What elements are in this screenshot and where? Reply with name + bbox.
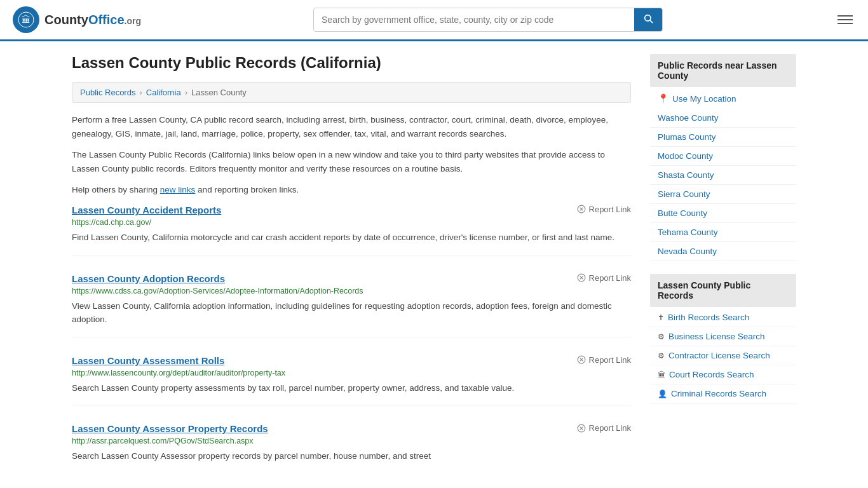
nearby-county-item: Butte County <box>650 204 796 223</box>
search-input[interactable] <box>314 10 634 30</box>
breadcrumb-california[interactable]: California <box>146 88 181 97</box>
record-desc: Search Lassen County Assessor property r… <box>72 449 631 463</box>
breadcrumb-public-records[interactable]: Public Records <box>80 88 135 97</box>
record-url: http://assr.parcelquest.com/PQGov/StdSea… <box>72 437 631 445</box>
sidebar-record-link[interactable]: Birth Records Search <box>668 313 749 322</box>
report-link[interactable]: Report Link <box>577 273 631 283</box>
record-item: Lassen County Adoption Records Report Li… <box>72 273 631 337</box>
sidebar-record-item: ✝ Birth Records Search <box>650 308 796 327</box>
sidebar-record-link[interactable]: Business License Search <box>668 332 765 341</box>
report-link[interactable]: Report Link <box>577 423 631 433</box>
new-links-link[interactable]: new links <box>160 185 196 194</box>
nearby-county-item: Tehama County <box>650 223 796 242</box>
record-desc: View Lassen County, California adoption … <box>72 299 631 327</box>
record-item: Lassen County Assessor Property Records … <box>72 423 631 473</box>
description-para3: Help others by sharing new links and rep… <box>72 183 631 197</box>
record-title[interactable]: Lassen County Assessor Property Records <box>72 423 268 434</box>
sidebar-record-icon: 🏛 <box>658 370 665 379</box>
nearby-county-item: Washoe County <box>650 109 796 128</box>
nearby-county-link[interactable]: Plumas County <box>658 132 716 142</box>
breadcrumb-current: Lassen County <box>191 88 247 97</box>
records-list: Lassen County Accident Reports Report Li… <box>72 205 631 473</box>
nearby-section: Public Records near Lassen County 📍 Use … <box>650 54 796 261</box>
sidebar-record-item: 👤 Criminal Records Search <box>650 384 796 403</box>
report-link-label: Report Link <box>589 355 631 365</box>
records-section: Lassen County Public Records ✝ Birth Rec… <box>650 274 796 403</box>
nearby-county-link[interactable]: Sierra County <box>658 189 710 199</box>
nearby-county-link[interactable]: Washoe County <box>658 113 719 123</box>
search-bar <box>313 8 663 32</box>
header: 🏛 CountyOffice.org <box>0 0 868 41</box>
nearby-county-item: Plumas County <box>650 128 796 147</box>
nearby-county-link[interactable]: Modoc County <box>658 151 713 161</box>
sidebar-record-icon: ✝ <box>658 313 664 322</box>
menu-button[interactable] <box>835 13 855 27</box>
sidebar-record-icon: ⚙ <box>658 332 665 341</box>
description-para1: Perform a free Lassen County, CA public … <box>72 113 631 140</box>
sidebar-record-item: ⚙ Business License Search <box>650 327 796 346</box>
record-item: Lassen County Assessment Rolls Report Li… <box>72 355 631 406</box>
sidebar: Public Records near Lassen County 📍 Use … <box>650 54 796 488</box>
sidebar-record-icon: ⚙ <box>658 351 665 360</box>
location-icon: 📍 <box>658 93 668 104</box>
nearby-header: Public Records near Lassen County <box>650 54 796 87</box>
record-item: Lassen County Accident Reports Report Li… <box>72 205 631 255</box>
nearby-county-item: Shasta County <box>650 166 796 185</box>
record-url: https://www.cdss.ca.gov/Adoption-Service… <box>72 287 631 295</box>
record-url: https://cad.chp.ca.gov/ <box>72 218 631 227</box>
sidebar-record-icon: 👤 <box>658 390 667 398</box>
main-content: Lassen County Public Records (California… <box>72 54 631 488</box>
svg-text:🏛: 🏛 <box>22 15 31 25</box>
record-desc: Search Lassen County property assessment… <box>72 381 631 395</box>
nearby-counties-list: Washoe CountyPlumas CountyModoc CountySh… <box>650 109 796 261</box>
report-link-label: Report Link <box>589 205 631 214</box>
sidebar-record-item: 🏛 Court Records Search <box>650 365 796 384</box>
nearby-county-link[interactable]: Shasta County <box>658 170 714 180</box>
nearby-county-link[interactable]: Butte County <box>658 208 707 218</box>
breadcrumb: Public Records › California › Lassen Cou… <box>72 82 631 103</box>
use-location[interactable]: 📍 Use My Location <box>650 88 796 109</box>
nearby-county-link[interactable]: Tehama County <box>658 227 718 237</box>
record-title[interactable]: Lassen County Adoption Records <box>72 273 225 284</box>
logo-text: CountyOffice.org <box>44 13 141 27</box>
nearby-county-item: Modoc County <box>650 147 796 166</box>
logo-icon: 🏛 <box>13 6 39 33</box>
record-desc: Find Lassen County, California motorcycl… <box>72 231 631 245</box>
record-title[interactable]: Lassen County Assessment Rolls <box>72 355 224 366</box>
nearby-county-item: Nevada County <box>650 242 796 261</box>
logo-area: 🏛 CountyOffice.org <box>13 6 141 33</box>
search-button[interactable] <box>634 8 662 31</box>
sidebar-record-item: ⚙ Contractor License Search <box>650 346 796 365</box>
description-para2: The Lassen County Public Records (Califo… <box>72 148 631 175</box>
report-link[interactable]: Report Link <box>577 205 631 214</box>
sidebar-record-link[interactable]: Criminal Records Search <box>671 389 766 398</box>
record-links-list: ✝ Birth Records Search ⚙ Business Licens… <box>650 308 796 403</box>
page-title: Lassen County Public Records (California… <box>72 54 631 72</box>
sidebar-record-link[interactable]: Contractor License Search <box>668 351 770 360</box>
nearby-county-link[interactable]: Nevada County <box>658 247 717 256</box>
sidebar-record-link[interactable]: Court Records Search <box>669 370 754 379</box>
use-location-link[interactable]: Use My Location <box>672 94 736 104</box>
record-url: http://www.lassencounty.org/dept/auditor… <box>72 369 631 377</box>
record-title[interactable]: Lassen County Accident Reports <box>72 205 221 215</box>
report-link-label: Report Link <box>589 423 631 433</box>
report-link[interactable]: Report Link <box>577 355 631 365</box>
records-sidebar-header: Lassen County Public Records <box>650 274 796 307</box>
svg-line-3 <box>650 20 653 23</box>
nearby-county-item: Sierra County <box>650 185 796 204</box>
report-link-label: Report Link <box>589 273 631 283</box>
main-container: Lassen County Public Records (California… <box>53 41 815 488</box>
